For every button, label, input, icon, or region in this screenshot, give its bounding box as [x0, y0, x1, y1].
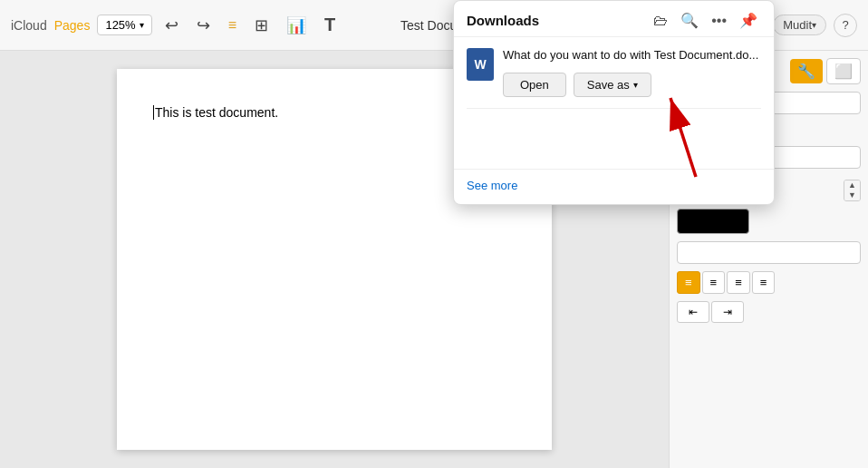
saveas-chevron-icon: ▾ — [633, 80, 638, 90]
popup-separator — [467, 108, 761, 109]
pages-label: Pages — [54, 18, 91, 33]
indent-buttons-row: ⇤ ⇥ — [677, 301, 861, 323]
downloads-popup: Downloads 🗁 🔍 ••• 📌 What do you want to … — [453, 0, 775, 205]
font-size-up-btn[interactable]: ▲ — [844, 180, 860, 190]
popup-body: What do you want to do with Test Documen… — [454, 37, 774, 169]
format-icon: 🔧 — [797, 63, 815, 79]
align-justify-btn[interactable]: ≡ — [752, 271, 776, 294]
user-chevron-icon: ▾ — [812, 20, 816, 30]
download-item: What do you want to do with Test Documen… — [467, 48, 761, 97]
chart-icon: 📊 — [286, 15, 306, 35]
popup-header: Downloads 🗁 🔍 ••• 📌 — [454, 1, 774, 37]
arrange-icon: ⬜ — [834, 63, 853, 79]
zoom-value: 125% — [105, 18, 135, 32]
toolbar-right: Mudit ▾ ? — [773, 14, 857, 37]
search-icon: 🔍 — [680, 13, 699, 28]
popup-header-icons: 🗁 🔍 ••• 📌 — [650, 10, 761, 31]
font-size-stepper: ▲ ▼ — [844, 180, 861, 201]
table-icon-btn[interactable]: ⊞ — [249, 12, 274, 39]
sidebar-format-btn[interactable]: 🔧 — [790, 59, 823, 83]
popup-search-btn[interactable]: 🔍 — [677, 10, 702, 31]
popup-pin-btn[interactable]: 📌 — [736, 10, 761, 31]
indent-decrease-btn[interactable]: ⇤ — [677, 301, 709, 323]
word-doc-icon — [467, 48, 494, 81]
zoom-button[interactable]: 125% ▾ — [97, 15, 151, 35]
popup-more-btn[interactable]: ••• — [708, 11, 730, 31]
sidebar-arrange-btn[interactable]: ⬜ — [826, 58, 861, 84]
undo-button[interactable]: ↩ — [159, 12, 184, 39]
zoom-chevron-icon: ▾ — [140, 20, 144, 30]
saveas-button[interactable]: Save as ▾ — [574, 73, 651, 97]
sidebar-color-row — [677, 209, 861, 234]
text-list-icon: ≡ — [228, 17, 236, 34]
table-icon: ⊞ — [255, 15, 268, 35]
popup-footer: See more — [454, 169, 774, 204]
text-format-icon-btn[interactable]: ≡ — [223, 14, 242, 37]
open-button[interactable]: Open — [503, 73, 566, 97]
folder-icon: 🗁 — [653, 13, 668, 28]
user-button[interactable]: Mudit ▾ — [773, 15, 826, 35]
align-right-btn[interactable]: ≡ — [727, 271, 750, 294]
icloud-label: iCloud — [11, 18, 47, 33]
popup-title: Downloads — [467, 13, 539, 28]
text-icon-btn[interactable]: T — [319, 11, 341, 39]
undo-icon: ↩ — [165, 15, 178, 35]
help-button[interactable]: ? — [834, 14, 857, 37]
align-center-btn[interactable]: ≡ — [702, 271, 726, 294]
see-more-link[interactable]: See more — [467, 179, 517, 192]
redo-icon: ↪ — [197, 15, 210, 35]
download-question-text: What do you want to do with Test Documen… — [503, 48, 761, 63]
user-label: Mudit — [783, 18, 812, 32]
removed-downloads-text — [467, 116, 761, 152]
spacing-select[interactable] — [677, 241, 861, 264]
align-left-btn[interactable]: ≡ — [677, 271, 700, 294]
help-icon: ? — [842, 18, 848, 32]
redo-button[interactable]: ↪ — [191, 12, 216, 39]
alignment-buttons-row: ≡ ≡ ≡ ≡ — [677, 271, 861, 294]
download-info: What do you want to do with Test Documen… — [503, 48, 761, 97]
pin-icon: 📌 — [739, 13, 757, 28]
indent-increase-btn[interactable]: ⇥ — [711, 301, 744, 323]
saveas-label: Save as — [587, 78, 630, 92]
chart-icon-btn[interactable]: 📊 — [281, 12, 312, 39]
more-icon: ••• — [711, 13, 727, 28]
text-t-icon: T — [324, 15, 335, 35]
popup-folder-btn[interactable]: 🗁 — [650, 11, 671, 31]
font-size-down-btn[interactable]: ▼ — [844, 190, 860, 200]
cursor-bar: ​ — [153, 105, 154, 120]
sidebar-select3-row — [677, 241, 861, 264]
download-actions: Open Save as ▾ — [503, 73, 761, 97]
color-swatch[interactable] — [677, 209, 749, 234]
